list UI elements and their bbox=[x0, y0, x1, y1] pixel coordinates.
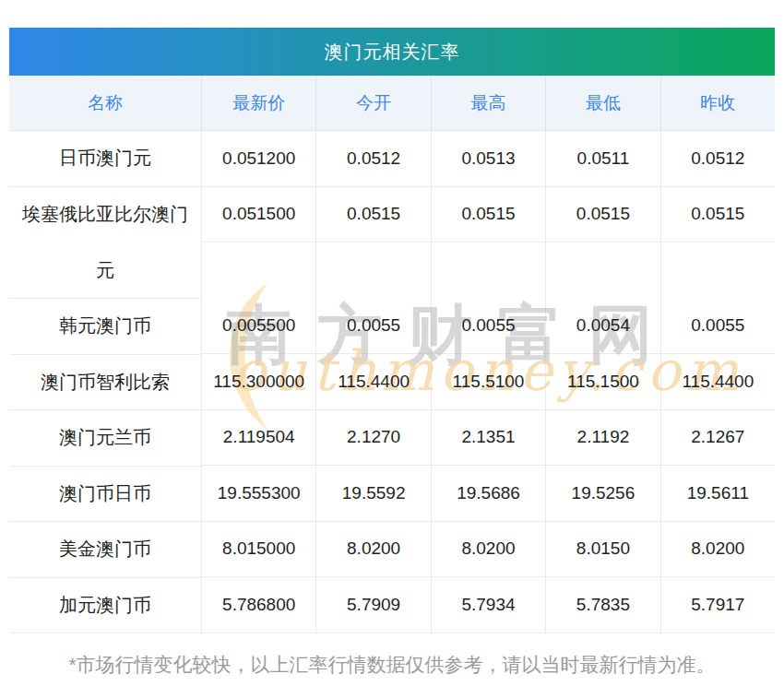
value-text: 2.1192 bbox=[577, 427, 630, 447]
value-text: 0.005500 bbox=[222, 315, 295, 336]
table-row: 0.0055000.00550.00550.00540.0055 bbox=[201, 299, 775, 355]
column-header-name-label: 名称 bbox=[88, 91, 123, 115]
value-cell: 0.0515 bbox=[315, 187, 430, 243]
row-name-text: 埃塞俄比亚比尔澳门元 bbox=[18, 186, 193, 299]
value-text: 0.0511 bbox=[577, 148, 630, 169]
value-cell: 0.0513 bbox=[431, 131, 545, 186]
value-text: 2.1267 bbox=[691, 427, 744, 447]
value-cell: 8.015000 bbox=[201, 522, 315, 577]
values-spacer-row bbox=[201, 243, 775, 299]
value-text: 0.0055 bbox=[691, 315, 744, 336]
table-title-bar: 澳门元相关汇率 bbox=[9, 28, 775, 76]
value-text: 0.0512 bbox=[691, 148, 744, 169]
empty-cell bbox=[315, 243, 430, 299]
value-cell: 19.5611 bbox=[660, 466, 775, 521]
value-text: 5.7835 bbox=[576, 595, 630, 615]
value-text: 5.7917 bbox=[691, 595, 744, 615]
value-text: 19.5611 bbox=[687, 483, 749, 503]
value-cell: 0.051500 bbox=[201, 187, 315, 243]
value-cell: 0.0055 bbox=[431, 299, 545, 354]
value-text: 5.7934 bbox=[461, 595, 515, 615]
row-name-cell: 韩元澳门币 bbox=[9, 299, 201, 355]
value-cell: 115.5100 bbox=[431, 354, 545, 409]
values-area: 最新价今开最高最低昨收0.0512000.05120.05130.05110.0… bbox=[201, 76, 775, 633]
column-header: 最低 bbox=[545, 76, 659, 130]
value-text: 0.0515 bbox=[691, 204, 744, 224]
value-cell: 0.005500 bbox=[201, 299, 315, 354]
value-text: 8.0200 bbox=[691, 538, 744, 559]
value-cell: 5.7835 bbox=[545, 577, 659, 633]
row-name-text: 韩元澳门币 bbox=[59, 314, 151, 338]
value-text: 115.4400 bbox=[682, 372, 754, 392]
empty-cell bbox=[660, 243, 775, 299]
value-cell: 5.7909 bbox=[315, 577, 430, 633]
value-cell: 0.051200 bbox=[201, 131, 315, 186]
value-text: 0.051200 bbox=[222, 148, 295, 169]
value-text: 19.5592 bbox=[342, 483, 406, 503]
row-name-text: 澳门币智利比索 bbox=[41, 370, 170, 395]
row-name-cell: 埃塞俄比亚比尔澳门元 bbox=[9, 187, 201, 300]
value-text: 5.786800 bbox=[222, 595, 295, 615]
values-header-row: 最新价今开最高最低昨收 bbox=[201, 76, 775, 131]
value-text: 115.5100 bbox=[453, 372, 525, 392]
empty-cell bbox=[201, 243, 315, 299]
value-cell: 19.555300 bbox=[201, 466, 315, 521]
value-cell: 0.0512 bbox=[660, 131, 775, 186]
value-cell: 2.1351 bbox=[431, 410, 545, 466]
value-cell: 115.1500 bbox=[545, 354, 659, 409]
row-name-cell: 澳门币智利比索 bbox=[9, 355, 201, 411]
value-text: 8.015000 bbox=[222, 538, 295, 559]
row-name-text: 日币澳门元 bbox=[59, 146, 151, 171]
column-header-label: 最新价 bbox=[232, 91, 285, 115]
value-cell: 115.300000 bbox=[201, 354, 315, 409]
value-text: 0.0513 bbox=[461, 148, 515, 169]
value-text: 2.1351 bbox=[461, 427, 515, 447]
value-text: 0.0515 bbox=[461, 204, 515, 224]
column-header-label: 最低 bbox=[586, 91, 621, 115]
value-cell: 115.4400 bbox=[660, 354, 775, 409]
value-cell: 115.4400 bbox=[315, 354, 430, 409]
row-name-cell: 美金澳门币 bbox=[9, 522, 201, 578]
value-cell: 0.0515 bbox=[431, 187, 545, 243]
value-cell: 19.5592 bbox=[315, 466, 430, 521]
column-header: 今开 bbox=[315, 76, 430, 130]
table-row: 0.0512000.05120.05130.05110.0512 bbox=[201, 131, 775, 187]
value-text: 0.0512 bbox=[347, 148, 400, 169]
value-cell: 8.0200 bbox=[431, 522, 545, 577]
table-row: 8.0150008.02008.02008.01508.0200 bbox=[201, 522, 775, 578]
value-cell: 0.0515 bbox=[660, 187, 775, 243]
footnote: *市场行情变化较快，以上汇率行情数据仅供参考，请以当时最新行情为准。 bbox=[0, 633, 784, 678]
column-header: 昨收 bbox=[660, 76, 775, 130]
value-cell: 5.7917 bbox=[660, 577, 775, 633]
table-row: 0.0515000.05150.05150.05150.0515 bbox=[201, 187, 775, 243]
table-row: 115.300000115.4400115.5100115.1500115.44… bbox=[201, 354, 775, 410]
value-text: 8.0200 bbox=[347, 538, 400, 559]
value-cell: 0.0511 bbox=[545, 131, 659, 186]
column-header-label: 今开 bbox=[356, 91, 391, 115]
value-text: 19.555300 bbox=[218, 483, 301, 503]
value-cell: 0.0512 bbox=[315, 131, 430, 186]
value-text: 115.300000 bbox=[213, 372, 304, 392]
value-text: 8.0200 bbox=[461, 538, 515, 559]
column-header-name: 名称 bbox=[9, 76, 201, 131]
value-text: 2.1270 bbox=[347, 427, 400, 447]
value-text: 8.0150 bbox=[576, 538, 630, 559]
row-name-text: 美金澳门币 bbox=[59, 537, 151, 562]
value-cell: 0.0054 bbox=[545, 299, 659, 354]
row-name-text: 澳门元兰币 bbox=[59, 425, 151, 450]
value-cell: 19.5256 bbox=[545, 466, 659, 521]
value-text: 115.1500 bbox=[567, 372, 639, 392]
row-name-cell: 澳门币日币 bbox=[9, 467, 201, 523]
value-cell: 5.7934 bbox=[431, 577, 545, 633]
row-name-cell: 加元澳门币 bbox=[9, 578, 201, 634]
row-name-text: 澳门币日币 bbox=[59, 481, 151, 506]
rates-table: 名称 日币澳门元埃塞俄比亚比尔澳门元韩元澳门币澳门币智利比索澳门元兰币澳门币日币… bbox=[9, 76, 775, 633]
row-name-cell: 日币澳门元 bbox=[9, 131, 201, 187]
value-text: 2.119504 bbox=[223, 427, 295, 447]
value-text: 19.5686 bbox=[457, 483, 520, 503]
value-text: 5.7909 bbox=[347, 595, 400, 615]
value-text: 0.0054 bbox=[576, 315, 630, 336]
page: 澳门元相关汇率 名称 日币澳门元埃塞俄比亚比尔澳门元韩元澳门币澳门币智利比索澳门… bbox=[0, 0, 784, 698]
value-cell: 2.1270 bbox=[315, 410, 430, 466]
value-cell: 8.0200 bbox=[315, 522, 430, 577]
